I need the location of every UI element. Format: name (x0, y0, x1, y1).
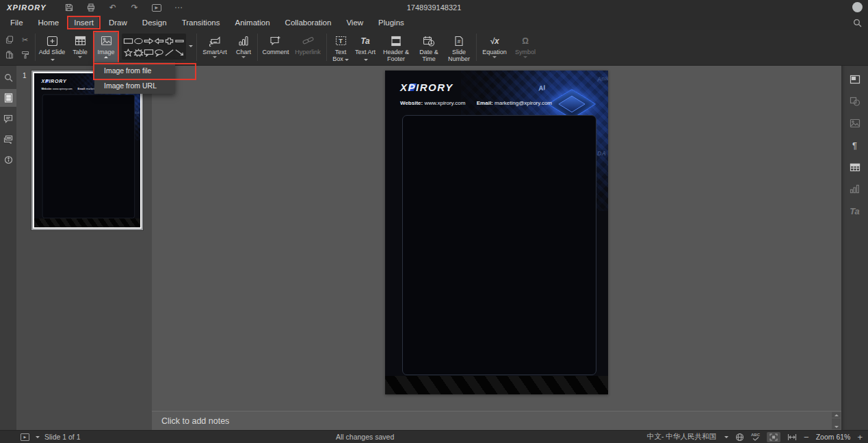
chevron-down-icon[interactable] (724, 436, 728, 438)
date-time-button[interactable]: Date & Time (415, 32, 443, 64)
chevron-down-icon (189, 45, 193, 47)
slide-canvas: AI Ana G DA XPIRORY Website: www.xpirory… (152, 66, 841, 411)
notes-pane[interactable]: Click to add notes (152, 411, 841, 430)
shape-callout-rectangle[interactable] (144, 47, 154, 58)
content-placeholder-box (42, 94, 135, 218)
content-placeholder-box[interactable] (402, 115, 596, 375)
hyperlink-button: Hyperlink (291, 32, 324, 64)
application-window: XPIRORY ↶ ↷ ▶ ⋯ 1748939148321 File Home … (0, 0, 868, 443)
image-icon (101, 34, 112, 48)
menu-home[interactable]: Home (34, 17, 64, 28)
fit-width-icon[interactable] (787, 433, 797, 441)
text-art-glyph: Ta (360, 36, 370, 46)
chevron-down-icon (345, 59, 349, 61)
slide-number-button[interactable]: # Slide Number (444, 32, 474, 64)
info-panel-icon[interactable] (0, 151, 16, 168)
play-glyph: ▶ (155, 3, 158, 12)
shape-callout-oval[interactable] (154, 47, 164, 58)
chart-button[interactable]: Chart (232, 32, 255, 64)
text-art-button[interactable]: Ta Text Art (354, 32, 377, 64)
menu-animation[interactable]: Animation (230, 17, 274, 28)
content-row: 1 AI Ana G DA XPIRORY Website: www.xpiro… (0, 66, 868, 430)
spell-check-icon[interactable]: ABC (751, 433, 760, 441)
image-button[interactable]: Image (94, 32, 118, 64)
table-button[interactable]: Table (68, 32, 92, 64)
copy-icon[interactable] (5, 35, 14, 45)
shape-minus[interactable] (174, 35, 185, 47)
shape-ellipse[interactable] (133, 35, 144, 47)
paragraph-panel-icon[interactable]: ¶ (848, 138, 862, 152)
shape-line[interactable] (164, 47, 174, 58)
redo-icon[interactable]: ↷ (130, 3, 140, 12)
add-slide-icon (47, 34, 58, 48)
menu-collaboration[interactable]: Collaboration (280, 17, 337, 28)
save-icon[interactable] (64, 3, 74, 12)
zoom-in-button[interactable]: + (857, 433, 863, 442)
menu-item-image-from-file[interactable]: Image from file (94, 63, 175, 78)
menu-transitions[interactable]: Transitions (177, 17, 225, 28)
start-slideshow-icon[interactable]: ▶ (21, 433, 29, 441)
add-slide-button[interactable]: Add Slide (38, 32, 66, 64)
shape-arrow-left[interactable] (154, 35, 164, 47)
menu-draw[interactable]: Draw (104, 17, 132, 28)
shape-arrow-diagonal[interactable] (174, 47, 185, 58)
website-value: www.xpirory.com (424, 100, 465, 106)
menu-item-image-from-url[interactable]: Image from URL (94, 78, 175, 93)
layout-panel-icon[interactable] (848, 73, 862, 86)
zoom-level[interactable]: Zoom 61% (816, 433, 851, 441)
comment-panel-icon[interactable] (0, 110, 16, 127)
scroll-thumb[interactable] (832, 418, 841, 424)
search-panel-icon[interactable] (0, 68, 16, 86)
zoom-out-button[interactable]: − (804, 433, 809, 442)
menu-file[interactable]: File (5, 17, 28, 28)
search-icon[interactable] (853, 18, 862, 27)
more-icon[interactable]: ⋯ (174, 3, 183, 12)
left-icon-strip (0, 66, 16, 430)
cut-icon[interactable]: ✂ (21, 35, 30, 45)
shape-rectangle[interactable] (123, 35, 133, 47)
ribbon-divider (476, 34, 477, 61)
menu-design[interactable]: Design (137, 17, 172, 28)
language-label[interactable]: 中文- 中华人民共和国 (647, 432, 716, 442)
chevron-down-icon (492, 56, 497, 58)
add-slide-label: Add Slide (39, 49, 66, 55)
scroll-down-button[interactable] (832, 424, 841, 429)
slide-thumbnail[interactable]: AI Ana G DA XPIRORY Website: www.xpirory… (31, 71, 143, 230)
date-time-label: Date & Time (419, 49, 438, 62)
slide-editor-surface[interactable]: AI Ana G DA XPIRORY Website: www.xpirory… (385, 71, 608, 394)
slide-number-label: 1 (23, 72, 27, 79)
equation-button[interactable]: √x Equation (479, 32, 510, 64)
shape-plus[interactable] (164, 35, 174, 47)
slide-number-label: Slide Number (448, 49, 470, 62)
menu-plugins[interactable]: Plugins (373, 17, 409, 28)
header-footer-button[interactable]: Header & Footer (378, 32, 414, 64)
table-panel-icon[interactable] (848, 160, 862, 174)
shape-arrow-right[interactable] (144, 35, 154, 47)
format-painter-icon[interactable] (21, 50, 30, 60)
menu-insert[interactable]: Insert (69, 17, 98, 28)
chat-panel-icon[interactable] (0, 130, 16, 148)
comment-icon (269, 34, 282, 48)
globe-icon[interactable] (735, 433, 744, 442)
shape-star[interactable] (123, 47, 133, 58)
menu-view[interactable]: View (341, 17, 368, 28)
shape-burst[interactable] (133, 47, 144, 58)
present-icon[interactable]: ▶ (152, 4, 161, 12)
print-icon[interactable] (86, 3, 96, 12)
notes-placeholder[interactable]: Click to add notes (161, 416, 229, 426)
notes-scrollbar (832, 412, 841, 429)
smartart-button[interactable]: SmartArt (199, 32, 231, 64)
slides-panel-icon[interactable] (0, 89, 16, 107)
undo-icon[interactable]: ↶ (108, 3, 118, 12)
text-art-label: Text Art (355, 49, 376, 55)
quick-access-toolbar: ↶ ↷ ▶ ⋯ (64, 3, 183, 12)
shapes-more-button[interactable] (186, 32, 194, 60)
comment-button[interactable]: Comment (260, 32, 291, 64)
fit-slide-button[interactable] (767, 432, 780, 442)
scroll-up-button[interactable] (832, 412, 841, 418)
statusbar-right: 中文- 中华人民共和国 ABC − Zoom 61% + (647, 432, 863, 442)
paste-icon[interactable] (5, 50, 14, 60)
user-avatar[interactable] (852, 2, 863, 12)
chevron-down-icon[interactable] (36, 436, 40, 438)
text-box-button[interactable]: T Text Box (329, 32, 352, 64)
